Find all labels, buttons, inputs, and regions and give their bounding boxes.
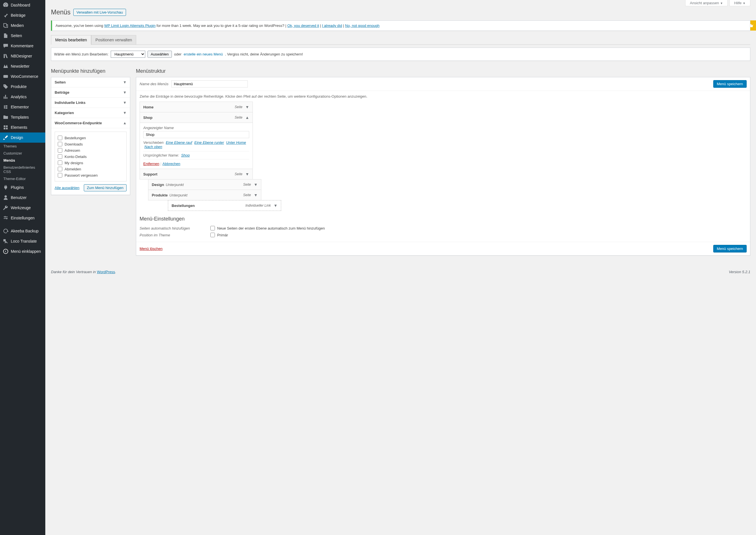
endpoint-checkbox[interactable] <box>58 173 62 178</box>
caret-up-icon[interactable]: ▲ <box>245 115 249 120</box>
sidebar-item-elements[interactable]: Elements <box>0 122 45 132</box>
cancel-item-link[interactable]: Abbrechen <box>162 162 180 166</box>
checklist-item[interactable]: Passwort vergessen <box>58 172 124 178</box>
move-row: Verschieben Eine Ebene rauf Eine Ebene r… <box>143 140 249 149</box>
tab-edit-menus[interactable]: Menüs bearbeiten <box>51 35 91 45</box>
sidebar-item-loco[interactable]: Loco Translate <box>0 236 45 246</box>
chart-icon <box>3 94 9 99</box>
submenu-custom-css[interactable]: Benutzerdefiniertes CSS <box>0 164 45 175</box>
endpoint-checkbox[interactable] <box>58 148 62 153</box>
caret-up-icon: ▲ <box>123 121 127 125</box>
checklist-item[interactable]: Konto-Details <box>58 154 124 160</box>
move-down-link[interactable]: Eine Ebene runter <box>194 140 224 145</box>
gauge-icon <box>3 2 9 8</box>
or-text: oder <box>174 52 182 56</box>
select-menu-button[interactable]: Auswählen <box>148 51 172 58</box>
caret-down-icon: ▼ <box>123 111 127 115</box>
notice-no-link[interactable]: No, not good enough <box>345 23 379 28</box>
sidebar-item-posts[interactable]: Beiträge <box>0 10 45 20</box>
theme-position-checkbox[interactable] <box>210 233 215 237</box>
sidebar-item-users[interactable]: Benutzer <box>0 192 45 203</box>
sidebar-item-design[interactable]: Design <box>0 132 45 143</box>
original-link[interactable]: Shop <box>181 153 190 157</box>
sidebar-item-settings[interactable]: Einstellungen <box>0 213 45 223</box>
auto-add-checkbox-label[interactable]: Neue Seiten der ersten Ebene automatisch… <box>210 226 325 230</box>
section-categories[interactable]: Kategorien▼ <box>51 108 130 118</box>
move-under-link[interactable]: Unter Home <box>226 140 246 145</box>
theme-position-checkbox-label[interactable]: Primär <box>210 233 228 237</box>
menu-item-support[interactable]: SupportSeite▼ <box>140 169 747 180</box>
screen-options-toggle[interactable]: Ansicht anpassen▼ <box>685 0 728 6</box>
submenu-menus[interactable]: Menüs <box>0 157 45 164</box>
auto-add-checkbox[interactable] <box>210 226 215 230</box>
menu-name-input[interactable] <box>171 80 248 88</box>
sidebar-collapse[interactable]: Menü einklappen <box>0 246 45 256</box>
display-name-input[interactable] <box>143 131 249 138</box>
notice-ok-link[interactable]: Ok, you deserved it <box>287 23 319 28</box>
checklist-item[interactable]: Abmelden <box>58 166 124 172</box>
sidebar-item-plugins[interactable]: Plugins <box>0 182 45 192</box>
save-menu-button-bottom[interactable]: Menü speichern <box>713 245 747 252</box>
move-top-link[interactable]: Nach oben <box>144 145 162 149</box>
select-all-link[interactable]: Alle auswählen <box>55 186 79 190</box>
section-custom-links[interactable]: Individuelle Links▼ <box>51 98 130 108</box>
caret-down-icon[interactable]: ▼ <box>245 172 249 176</box>
remove-item-link[interactable]: Entfernen <box>143 162 159 166</box>
checklist-item[interactable]: Bestellungen <box>58 135 124 141</box>
menu-item-shop[interactable]: ShopSeite▲ Angezeigter Name Verschieben … <box>140 112 747 169</box>
menu-settings-heading: Menü-Einstellungen <box>140 216 747 222</box>
checklist-item[interactable]: Downloads <box>58 141 124 147</box>
sidebar-item-akeeba[interactable]: Akeeba Backup <box>0 226 45 236</box>
sidebar-item-dashboard[interactable]: Dashboard <box>0 0 45 10</box>
caret-down-icon[interactable]: ▼ <box>274 203 277 208</box>
sidebar-item-templates[interactable]: Templates <box>0 112 45 122</box>
sidebar-item-newsletter[interactable]: Newsletter <box>0 61 45 71</box>
sliders-icon <box>3 215 9 221</box>
save-menu-button-top[interactable]: Menü speichern <box>713 80 747 88</box>
move-up-link[interactable]: Eine Ebene rauf <box>166 140 192 145</box>
submenu-themes[interactable]: Themes <box>0 143 45 150</box>
endpoint-checkbox[interactable] <box>58 160 62 165</box>
caret-down-icon[interactable]: ▼ <box>245 105 249 109</box>
create-new-menu-link[interactable]: erstelle ein neues Menü <box>184 52 223 56</box>
menu-header: Name des Menüs Menü speichern <box>136 77 750 91</box>
sidebar-item-media[interactable]: Medien <box>0 20 45 31</box>
checklist-item[interactable]: Adressen <box>58 147 124 154</box>
add-to-menu-button[interactable]: Zum Menü hinzufügen <box>84 184 127 191</box>
menu-item-bestellungen-dragging[interactable]: BestellungenIndividueller Link▼ <box>168 200 747 211</box>
endpoint-checkbox[interactable] <box>58 154 62 159</box>
sidebar-item-elementor[interactable]: Elementor <box>0 102 45 112</box>
sidebar-item-nbdesigner[interactable]: NBDesigner <box>0 51 45 61</box>
notice-plugin-link[interactable]: WP Limit Login Attempts Plugin <box>104 23 156 28</box>
sidebar-item-comments[interactable]: Kommentare <box>0 41 45 51</box>
section-woo-endpoints[interactable]: WooCommerce-Endpunkte▲ <box>51 118 130 128</box>
caret-down-icon[interactable]: ▼ <box>254 182 258 187</box>
submenu-theme-editor[interactable]: Theme-Editor <box>0 175 45 182</box>
sidebar-item-tools[interactable]: Werkzeuge <box>0 203 45 213</box>
caret-down-icon[interactable]: ▼ <box>254 193 258 197</box>
delete-menu-link[interactable]: Menü löschen <box>140 246 162 251</box>
menu-select[interactable]: Hauptmenü <box>111 51 145 58</box>
section-pages[interactable]: Seiten▼ <box>51 77 130 87</box>
notice-already-link[interactable]: I already did <box>322 23 342 28</box>
wordpress-link[interactable]: WordPress <box>97 270 115 274</box>
manage-live-preview-button[interactable]: Verwalten mit Live-Vorschau <box>73 9 126 16</box>
endpoint-checkbox[interactable] <box>58 136 62 140</box>
menu-item-home[interactable]: HomeSeite▼ <box>140 101 747 112</box>
sidebar-item-analytics[interactable]: Analytics <box>0 92 45 102</box>
section-posts[interactable]: Beiträge▼ <box>51 87 130 98</box>
submenu-customizer[interactable]: Customizer <box>0 150 45 157</box>
help-toggle[interactable]: Hilfe▼ <box>729 0 750 6</box>
menu-item-produkte[interactable]: ProdukteUnterpunktSeite▼ <box>148 190 747 200</box>
checklist-item[interactable]: My designs <box>58 160 124 166</box>
menu-settings: Menü-Einstellungen Seiten automatisch hi… <box>140 216 747 238</box>
woo-icon <box>3 73 9 79</box>
tab-manage-locations[interactable]: Positionen verwalten <box>91 35 136 44</box>
sidebar-item-woocommerce[interactable]: WooCommerce <box>0 71 45 81</box>
sidebar-item-products[interactable]: Produkte <box>0 81 45 92</box>
user-icon <box>3 195 9 200</box>
endpoint-checkbox[interactable] <box>58 142 62 146</box>
endpoint-checkbox[interactable] <box>58 167 62 171</box>
menu-item-design[interactable]: DesignUnterpunktSeite▼ <box>148 179 747 190</box>
sidebar-item-pages[interactable]: Seiten <box>0 31 45 41</box>
